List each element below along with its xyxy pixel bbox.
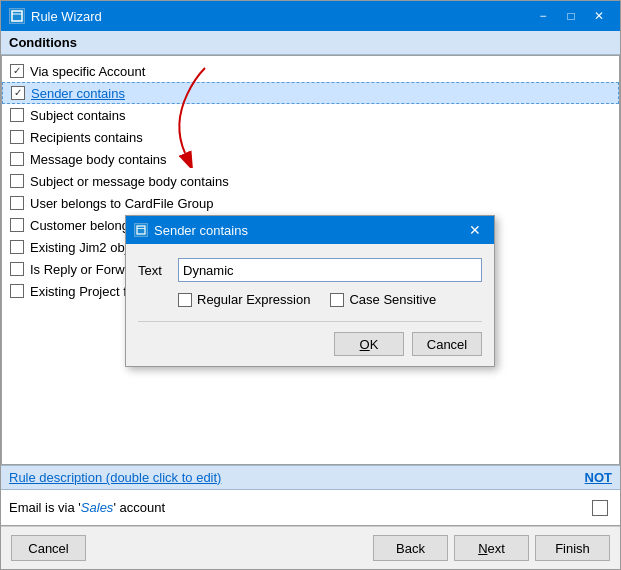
dialog-text-row: Text xyxy=(138,258,482,282)
condition-label-3: Subject contains xyxy=(30,108,125,123)
footer-buttons: Cancel Back Next Finish xyxy=(1,526,620,569)
maximize-button[interactable]: □ xyxy=(558,6,584,26)
title-bar-controls: − □ ✕ xyxy=(530,6,612,26)
dialog-body: Text Regular Expression Case Sensitive O… xyxy=(126,244,494,366)
dialog-text-label: Text xyxy=(138,263,178,278)
case-sensitive-checkbox[interactable] xyxy=(330,293,344,307)
conditions-section-header: Conditions xyxy=(1,31,620,55)
condition-item-4[interactable]: Recipients contains xyxy=(2,126,619,148)
next-button[interactable]: Next xyxy=(454,535,529,561)
minimize-button[interactable]: − xyxy=(530,6,556,26)
regular-expression-checkbox[interactable] xyxy=(178,293,192,307)
regular-expression-label: Regular Expression xyxy=(197,292,310,307)
rule-text-before: Email is via ' xyxy=(9,500,81,515)
dialog-title-bar: Sender contains ✕ xyxy=(126,216,494,244)
condition-label-6: Subject or message body contains xyxy=(30,174,229,189)
condition-checkbox-5[interactable] xyxy=(10,152,24,166)
svg-rect-0 xyxy=(12,11,22,21)
rule-text: Email is via 'Sales' account xyxy=(9,500,165,515)
condition-item-1[interactable]: Via specific Account xyxy=(2,60,619,82)
condition-checkbox-7[interactable] xyxy=(10,196,24,210)
condition-label-1: Via specific Account xyxy=(30,64,145,79)
dialog-ok-button[interactable]: OK xyxy=(334,332,404,356)
condition-label-4: Recipients contains xyxy=(30,130,143,145)
back-button[interactable]: Back xyxy=(373,535,448,561)
footer-left: Cancel xyxy=(11,535,86,561)
case-sensitive-label: Case Sensitive xyxy=(349,292,436,307)
rule-text-after: ' account xyxy=(113,500,165,515)
rule-description-header: Rule description (double click to edit) … xyxy=(1,465,620,490)
case-sensitive-item[interactable]: Case Sensitive xyxy=(330,292,436,307)
condition-label-5: Message body contains xyxy=(30,152,167,167)
dialog-footer: OK Cancel xyxy=(138,321,482,356)
dialog-text-input[interactable] xyxy=(178,258,482,282)
dialog-title-left: Sender contains xyxy=(134,223,248,238)
cancel-button[interactable]: Cancel xyxy=(11,535,86,561)
condition-checkbox-1[interactable] xyxy=(10,64,24,78)
dialog-close-button[interactable]: ✕ xyxy=(464,221,486,239)
rule-text-highlight: Sales xyxy=(81,500,114,515)
condition-checkbox-6[interactable] xyxy=(10,174,24,188)
condition-checkbox-10[interactable] xyxy=(10,262,24,276)
condition-item-7[interactable]: User belongs to CardFile Group xyxy=(2,192,619,214)
condition-checkbox-11[interactable] xyxy=(10,284,24,298)
dialog-cancel-button[interactable]: Cancel xyxy=(412,332,482,356)
condition-label-7: User belongs to CardFile Group xyxy=(30,196,214,211)
bottom-section: Rule description (double click to edit) … xyxy=(1,465,620,526)
dialog-checkboxes: Regular Expression Case Sensitive xyxy=(138,292,482,307)
title-bar-left: Rule Wizard xyxy=(9,8,102,24)
window-title: Rule Wizard xyxy=(31,9,102,24)
dialog-title-text: Sender contains xyxy=(154,223,248,238)
not-checkbox[interactable] xyxy=(592,500,608,516)
rule-wizard-icon xyxy=(9,8,25,24)
condition-checkbox-9[interactable] xyxy=(10,240,24,254)
title-bar: Rule Wizard − □ ✕ xyxy=(1,1,620,31)
footer-right: Back Next Finish xyxy=(373,535,610,561)
rule-description-content[interactable]: Email is via 'Sales' account xyxy=(1,490,620,526)
not-label: NOT xyxy=(585,470,612,485)
condition-checkbox-2[interactable] xyxy=(11,86,25,100)
svg-rect-3 xyxy=(137,226,145,234)
condition-checkbox-8[interactable] xyxy=(10,218,24,232)
dialog-title-icon xyxy=(134,223,148,237)
condition-item-5[interactable]: Message body contains xyxy=(2,148,619,170)
condition-item-2[interactable]: Sender contains xyxy=(2,82,619,104)
window-close-button[interactable]: ✕ xyxy=(586,6,612,26)
condition-label-2[interactable]: Sender contains xyxy=(31,86,125,101)
conditions-header-label: Conditions xyxy=(9,35,77,50)
finish-button[interactable]: Finish xyxy=(535,535,610,561)
rule-description-header-label: Rule description (double click to edit) xyxy=(9,470,221,485)
condition-item-3[interactable]: Subject contains xyxy=(2,104,619,126)
regular-expression-item[interactable]: Regular Expression xyxy=(178,292,310,307)
condition-item-6[interactable]: Subject or message body contains xyxy=(2,170,619,192)
condition-checkbox-3[interactable] xyxy=(10,108,24,122)
condition-checkbox-4[interactable] xyxy=(10,130,24,144)
sender-contains-dialog: Sender contains ✕ Text Regular Expressio… xyxy=(125,215,495,367)
